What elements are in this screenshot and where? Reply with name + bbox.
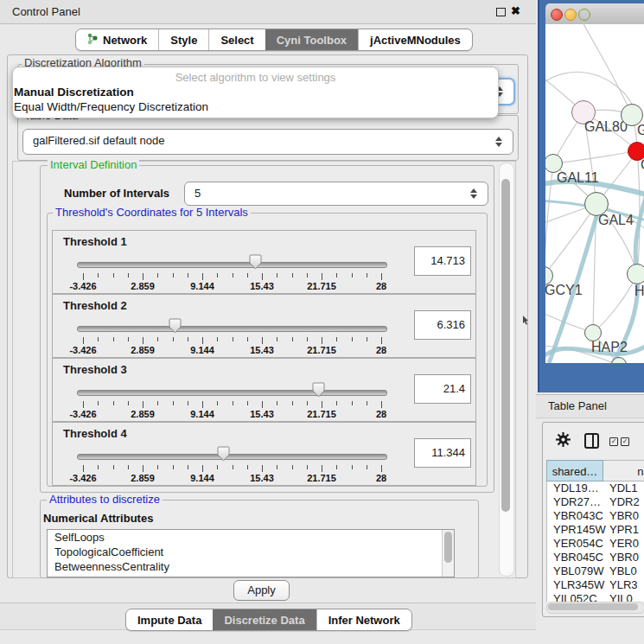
slider-track[interactable] bbox=[77, 390, 387, 396]
panel-scrollbar[interactable] bbox=[499, 163, 514, 577]
table-cell[interactable]: YPR145W bbox=[553, 523, 606, 537]
table-cell[interactable]: YDL19… bbox=[553, 481, 599, 495]
number-of-intervals-combobox[interactable]: 5 bbox=[184, 182, 488, 206]
slider-tick bbox=[113, 401, 114, 405]
slider-tick bbox=[143, 273, 143, 280]
slider-tick bbox=[128, 465, 129, 469]
table-horizontal-scrollbar[interactable] bbox=[546, 602, 644, 614]
table-cell[interactable]: YBR043C bbox=[553, 509, 603, 523]
table-cell[interactable]: YLR345W bbox=[553, 578, 604, 592]
slider-tick bbox=[217, 273, 218, 277]
network-node[interactable] bbox=[584, 324, 602, 341]
tick-label: -3.426 bbox=[61, 281, 105, 291]
close-traffic-light-icon[interactable] bbox=[551, 9, 563, 21]
table-cell[interactable]: YBR0 bbox=[609, 509, 639, 523]
scrollbar-thumb[interactable] bbox=[444, 532, 452, 563]
table-cell[interactable]: YBL0 bbox=[609, 564, 637, 578]
zoom-traffic-light-icon[interactable] bbox=[578, 9, 590, 21]
table-cell[interactable]: YBL079W bbox=[553, 564, 604, 578]
algorithm-dropdown-popup: Select algorithm to view settings Manual… bbox=[12, 67, 499, 118]
table-cell[interactable]: YDR2 bbox=[609, 495, 640, 509]
threshold-value-field[interactable]: 11.344 bbox=[414, 438, 471, 468]
slider-thumb[interactable] bbox=[249, 254, 262, 270]
table-cell[interactable]: YBR0 bbox=[609, 551, 639, 564]
gear-icon[interactable] bbox=[556, 432, 571, 450]
attribute-list-item[interactable]: TopologicalCoefficient bbox=[48, 545, 454, 559]
float-window-icon[interactable] bbox=[496, 8, 506, 16]
tick-label: 2.859 bbox=[121, 345, 164, 355]
tab-network[interactable]: Network bbox=[76, 29, 158, 50]
apply-button[interactable]: Apply bbox=[233, 580, 290, 601]
threshold-value-field[interactable]: 14.713 bbox=[414, 246, 471, 276]
slider-tick bbox=[322, 273, 322, 280]
slider-tick bbox=[173, 465, 174, 469]
slider-thumb[interactable] bbox=[312, 382, 325, 398]
tab-impute-data[interactable]: Impute Data bbox=[126, 609, 213, 630]
slider-tick bbox=[157, 465, 158, 469]
minimize-traffic-light-icon[interactable] bbox=[564, 9, 577, 21]
threshold-panel: Threshold 2-3.4262.8599.14415.4321.71528… bbox=[52, 294, 476, 358]
table-cell[interactable]: YDR27… bbox=[553, 495, 601, 509]
table-data-combobox[interactable]: galFiltered.sif default node bbox=[22, 129, 513, 155]
slider-tick bbox=[277, 273, 277, 277]
numerical-attributes-list[interactable]: SelfLoopsTopologicalCoefficientBetweenne… bbox=[47, 529, 455, 577]
checkbox-icon[interactable]: ✓ bbox=[621, 437, 629, 446]
slider-tick bbox=[247, 465, 248, 469]
tab-jactivemnodules[interactable]: jActiveMNodules bbox=[358, 29, 472, 50]
slider-track[interactable] bbox=[77, 454, 387, 460]
slider-tick bbox=[202, 401, 203, 408]
table-cell[interactable]: YPR1 bbox=[609, 523, 639, 537]
tab-select[interactable]: Select bbox=[208, 29, 265, 50]
network-node-label: GCY1 bbox=[545, 283, 583, 298]
tab-label: Select bbox=[220, 34, 253, 47]
slider-tick bbox=[188, 337, 188, 341]
threshold-label: Threshold 3 bbox=[63, 363, 127, 376]
threshold-label: Threshold 1 bbox=[63, 235, 127, 248]
table-cell[interactable]: YER054C bbox=[553, 537, 603, 551]
table-cell[interactable]: YDL1 bbox=[609, 481, 638, 495]
table-cell[interactable]: YBR045C bbox=[553, 551, 603, 564]
slider-tick bbox=[173, 337, 174, 341]
network-node-label: GAL80 bbox=[584, 119, 628, 135]
network-node-label: GA bbox=[637, 123, 644, 138]
popup-hint: Select algorithm to view settings bbox=[13, 71, 498, 84]
threshold-value-field[interactable]: 6.316 bbox=[414, 310, 471, 340]
slider-tick bbox=[367, 337, 367, 341]
attributes-scrollbar[interactable] bbox=[442, 530, 454, 577]
tick-label: 28 bbox=[360, 409, 403, 419]
tick-label: 28 bbox=[360, 473, 403, 483]
slider-tick bbox=[292, 465, 293, 469]
tab-cyni-toolbox[interactable]: Cyni Toolbox bbox=[265, 29, 358, 50]
slider-tick bbox=[292, 337, 293, 341]
scrollbar-thumb[interactable] bbox=[501, 179, 510, 512]
popup-option[interactable]: Equal Width/Frequency Discretization bbox=[14, 100, 208, 113]
network-node[interactable] bbox=[627, 264, 644, 284]
slider-thumb[interactable] bbox=[169, 318, 182, 334]
column-header-name[interactable]: na bbox=[603, 460, 644, 481]
slider-tick bbox=[202, 465, 203, 472]
slider-tick bbox=[98, 401, 99, 405]
attribute-list-item[interactable]: BetweennessCentrality bbox=[48, 559, 454, 574]
checkbox-icon[interactable]: ✓ bbox=[609, 437, 618, 446]
slider-track[interactable] bbox=[77, 262, 387, 268]
tab-discretize-data[interactable]: Discretize Data bbox=[213, 609, 316, 630]
tab-label: Style bbox=[170, 34, 197, 47]
slider-tick bbox=[367, 465, 367, 469]
column-layout-icon[interactable] bbox=[584, 433, 599, 449]
network-canvas[interactable]: GAL80GACGAL11GAL4GCY1HHAP2 bbox=[545, 24, 644, 363]
slider-track[interactable] bbox=[77, 326, 387, 332]
slider-tick bbox=[143, 465, 143, 472]
table-cell[interactable]: YLR3 bbox=[609, 578, 638, 592]
tab-style[interactable]: Style bbox=[158, 29, 208, 50]
tick-label: 21.715 bbox=[300, 281, 343, 291]
attribute-list-item[interactable]: SelfLoops bbox=[48, 530, 454, 545]
column-header-shared[interactable]: shared… bbox=[546, 460, 603, 481]
close-icon[interactable]: ✖ bbox=[511, 4, 520, 17]
scrollbar-thumb[interactable] bbox=[548, 603, 638, 610]
popup-option[interactable]: Manual Discretization bbox=[14, 86, 134, 99]
table-cell[interactable]: YER0 bbox=[609, 537, 639, 551]
slider-tick bbox=[247, 273, 248, 277]
tab-infer-network[interactable]: Infer Network bbox=[316, 609, 411, 630]
slider-thumb[interactable] bbox=[217, 446, 230, 462]
threshold-value-field[interactable]: 21.4 bbox=[414, 374, 471, 404]
